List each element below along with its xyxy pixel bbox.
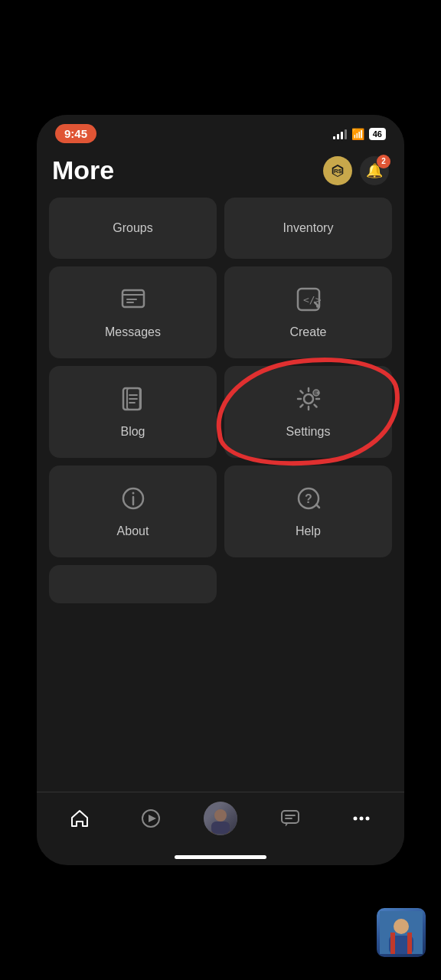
svg-point-15 <box>304 394 313 403</box>
menu-item-messages[interactable]: Messages <box>49 266 217 358</box>
signal-icon <box>333 129 347 139</box>
svg-point-33 <box>365 817 369 821</box>
notifications-button[interactable]: 🔔 2 <box>360 156 389 185</box>
more-icon <box>351 808 371 828</box>
blog-label: Blog <box>120 425 145 439</box>
menu-item-settings[interactable]: ✦ Settings <box>224 366 392 458</box>
svg-marker-24 <box>149 815 156 822</box>
svg-rect-28 <box>282 811 299 823</box>
inventory-label: Inventory <box>283 221 334 235</box>
settings-label: Settings <box>286 425 331 439</box>
home-indicator <box>175 855 266 859</box>
about-label: About <box>117 524 149 538</box>
wifi-icon: 📶 <box>351 128 364 140</box>
notification-badge: 2 <box>377 155 390 168</box>
nav-chat[interactable] <box>272 800 309 837</box>
robux-icon: R$ <box>329 162 346 179</box>
menu-grid-container: Groups Inventory Messages <box>37 194 404 792</box>
messages-icon <box>119 286 147 319</box>
nav-play[interactable] <box>132 800 169 837</box>
thumbnail-image <box>377 908 426 957</box>
groups-label: Groups <box>113 221 152 235</box>
help-label: Help <box>296 524 321 538</box>
avatar-image <box>204 802 237 835</box>
battery-indicator: 46 <box>369 128 386 140</box>
svg-point-9 <box>316 305 319 308</box>
messages-label: Messages <box>105 325 161 339</box>
settings-icon: ✦ <box>295 385 322 419</box>
menu-grid: Groups Inventory Messages <box>49 198 392 603</box>
menu-item-inventory[interactable]: Inventory <box>224 198 392 259</box>
chat-icon <box>280 808 300 828</box>
status-bar: 9:45 📶 46 <box>37 115 404 149</box>
menu-item-blog[interactable]: Blog <box>49 366 217 458</box>
status-icons: 📶 46 <box>333 128 386 140</box>
create-label: Create <box>289 325 326 339</box>
create-icon: </> <box>295 286 322 319</box>
svg-point-20 <box>132 492 134 495</box>
svg-text:R$: R$ <box>334 168 342 175</box>
menu-item-about[interactable]: About <box>49 466 217 557</box>
svg-point-26 <box>214 809 227 822</box>
page-title: More <box>52 155 114 185</box>
svg-text:✦: ✦ <box>315 390 321 397</box>
menu-item-partial[interactable] <box>49 565 217 603</box>
svg-rect-27 <box>211 822 230 834</box>
blog-icon <box>119 385 147 419</box>
about-icon <box>119 485 147 518</box>
svg-point-31 <box>353 817 357 821</box>
bottom-navigation <box>37 792 404 852</box>
svg-text:</>: </> <box>303 294 322 305</box>
robux-button[interactable]: R$ <box>323 156 352 185</box>
nav-avatar[interactable] <box>204 802 237 835</box>
nav-home[interactable] <box>61 800 98 837</box>
play-icon <box>141 808 161 828</box>
svg-text:?: ? <box>305 492 312 505</box>
svg-rect-37 <box>390 933 395 954</box>
home-icon <box>70 808 90 828</box>
menu-item-groups[interactable]: Groups <box>49 198 217 259</box>
help-icon: ? <box>295 485 322 518</box>
status-time: 9:45 <box>55 124 96 143</box>
menu-item-help[interactable]: ? Help <box>224 466 392 557</box>
header-actions: R$ 🔔 2 <box>323 156 389 185</box>
svg-point-32 <box>359 817 363 821</box>
thumbnail-preview <box>377 908 426 957</box>
nav-more[interactable] <box>343 800 380 837</box>
page-header: More R$ 🔔 2 <box>37 149 404 194</box>
svg-rect-38 <box>407 933 412 954</box>
menu-item-create[interactable]: </> Create <box>224 266 392 358</box>
svg-point-35 <box>394 919 409 934</box>
